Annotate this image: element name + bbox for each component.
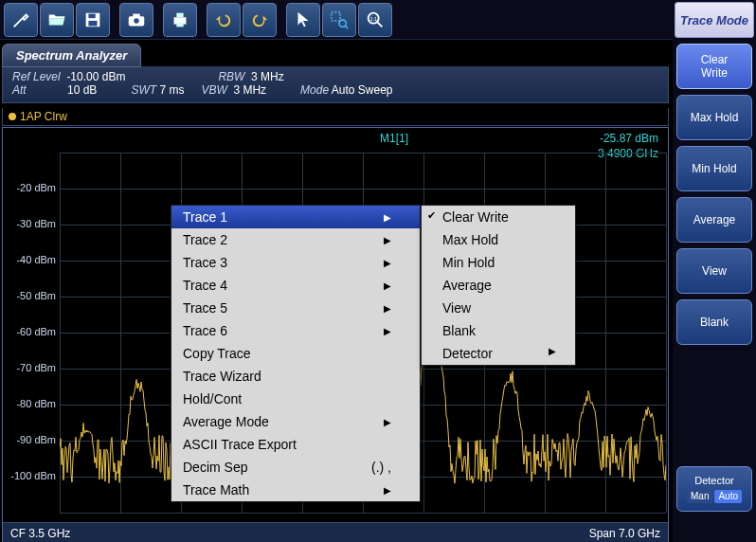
- detector-auto-option[interactable]: Auto: [714, 490, 742, 503]
- y-axis-label: -60 dBm: [7, 326, 56, 337]
- svg-rect-8: [176, 22, 183, 27]
- svg-line-11: [345, 26, 348, 28]
- min-hold-button[interactable]: Min Hold: [676, 146, 752, 191]
- trace-submenu[interactable]: ✔Clear WriteMax HoldMin HoldAverageViewB…: [421, 205, 576, 366]
- menu-item-trace-math[interactable]: Trace Math▶: [171, 479, 420, 501]
- side-panel-header: Trace Mode: [675, 2, 754, 38]
- svg-rect-2: [88, 20, 97, 25]
- svg-point-4: [134, 18, 139, 24]
- submenu-item-clear-write[interactable]: ✔Clear Write: [422, 206, 575, 228]
- print-button[interactable]: [163, 3, 197, 37]
- center-freq-label: CF 3.5 GHz: [10, 527, 70, 540]
- menu-item-trace-4[interactable]: Trace 4▶: [171, 274, 420, 297]
- svg-rect-5: [133, 13, 139, 17]
- main-area: Spectrum Analyzer Ref Level -10.00 dBm R…: [0, 40, 673, 542]
- svg-line-13: [377, 21, 383, 27]
- svg-rect-1: [88, 13, 95, 18]
- y-axis-label: -50 dBm: [7, 290, 56, 301]
- trace-indicator-dot: [9, 113, 16, 120]
- save-button[interactable]: [76, 3, 110, 37]
- menu-item-trace-1[interactable]: Trace 1▶: [171, 206, 420, 228]
- menu-item-trace-3[interactable]: Trace 3▶: [171, 251, 420, 274]
- trace-context-menu[interactable]: Trace 1▶Trace 2▶Trace 3▶Trace 4▶Trace 5▶…: [171, 205, 421, 502]
- submenu-item-min-hold[interactable]: Min Hold: [422, 251, 575, 274]
- svg-rect-7: [176, 12, 183, 17]
- marker-tool-button[interactable]: [4, 3, 38, 37]
- menu-item-average-mode[interactable]: Average Mode▶: [171, 410, 420, 433]
- y-axis-label: -70 dBm: [7, 362, 56, 373]
- graph-footer: CF 3.5 GHz Span 7.0 GHz: [3, 522, 668, 542]
- menu-item-trace-wizard[interactable]: Trace Wizard: [171, 365, 420, 388]
- open-button[interactable]: [40, 3, 74, 37]
- max-hold-button[interactable]: Max Hold: [676, 95, 752, 140]
- y-axis-label: -100 dBm: [7, 470, 56, 481]
- submenu-item-view[interactable]: View: [422, 297, 575, 319]
- menu-item-decim-sep[interactable]: Decim Sep(.) ,: [171, 456, 420, 479]
- view-button[interactable]: View: [676, 248, 752, 294]
- submenu-item-average[interactable]: Average: [422, 274, 575, 297]
- y-axis-label: -30 dBm: [7, 218, 56, 229]
- submenu-item-max-hold[interactable]: Max Hold: [422, 228, 575, 251]
- zoom-1to1-button[interactable]: 1:1: [358, 3, 392, 37]
- zoom-select-button[interactable]: [322, 3, 356, 37]
- submenu-item-blank[interactable]: Blank: [422, 319, 575, 342]
- menu-item-trace-2[interactable]: Trace 2▶: [171, 228, 420, 251]
- y-axis-label: -90 dBm: [7, 434, 56, 445]
- menu-item-hold-cont[interactable]: Hold/Cont: [171, 388, 420, 410]
- menu-item-trace-6[interactable]: Trace 6▶: [171, 319, 420, 342]
- side-panel: Trace Mode Clear Write Max Hold Min Hold…: [673, 0, 756, 542]
- marker-label: M1[1]: [380, 132, 408, 145]
- blank-button[interactable]: Blank: [676, 299, 752, 345]
- detector-man-option[interactable]: Man: [687, 490, 712, 503]
- menu-item-ascii-trace-export[interactable]: ASCII Trace Export: [171, 433, 420, 456]
- y-axis-label: -80 dBm: [7, 398, 56, 409]
- span-label: Span 7.0 GHz: [589, 527, 660, 540]
- svg-text:1:1: 1:1: [370, 15, 378, 21]
- pointer-button[interactable]: [286, 3, 320, 37]
- trace-status-bar: 1AP Clrw: [2, 108, 669, 126]
- instrument-tab[interactable]: Spectrum Analyzer: [2, 44, 141, 67]
- submenu-item-detector[interactable]: Detector▶: [422, 342, 575, 365]
- y-axis-label: -20 dBm: [7, 182, 56, 193]
- redo-button[interactable]: [243, 3, 277, 37]
- svg-point-10: [339, 20, 346, 27]
- parameter-bar: Ref Level -10.00 dBm RBW 3 MHz Att 10 dB…: [2, 66, 669, 103]
- screenshot-button[interactable]: [119, 3, 153, 37]
- menu-item-trace-5[interactable]: Trace 5▶: [171, 297, 420, 319]
- average-button[interactable]: Average: [676, 197, 752, 243]
- top-toolbar: 1:1: [0, 0, 756, 40]
- detector-toggle-button[interactable]: Detector Man Auto: [676, 466, 752, 512]
- undo-button[interactable]: [207, 3, 241, 37]
- svg-rect-9: [332, 11, 340, 20]
- clear-write-button[interactable]: Clear Write: [676, 44, 752, 89]
- menu-item-copy-trace[interactable]: Copy Trace: [171, 342, 420, 365]
- y-axis-label: -40 dBm: [7, 254, 56, 265]
